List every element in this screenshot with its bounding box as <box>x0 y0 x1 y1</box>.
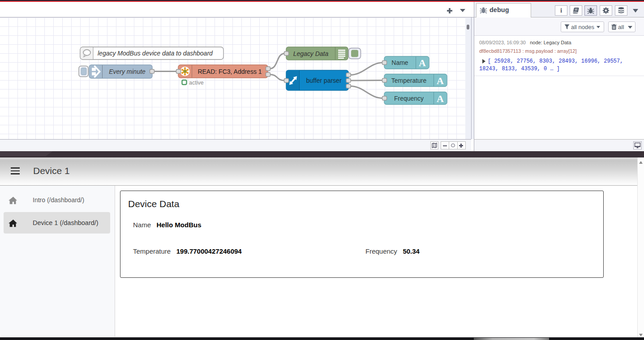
svg-text:Legacy Data: Legacy Data <box>293 50 329 57</box>
svg-text:A: A <box>419 57 426 68</box>
svg-text:A: A <box>437 75 444 86</box>
svg-text:Every minute: Every minute <box>109 68 146 75</box>
svg-text:buffer parser: buffer parser <box>306 77 341 84</box>
svg-text:READ: FC3, Address 1: READ: FC3, Address 1 <box>197 68 262 75</box>
svg-text:Frequency: Frequency <box>394 95 424 102</box>
svg-text:legacy ModBus device data to d: legacy ModBus device data to dashboard <box>98 50 213 57</box>
svg-text:Temperature: Temperature <box>391 77 427 84</box>
svg-text:A: A <box>437 93 444 104</box>
svg-text:active: active <box>189 80 204 86</box>
svg-text:Name: Name <box>391 59 408 66</box>
